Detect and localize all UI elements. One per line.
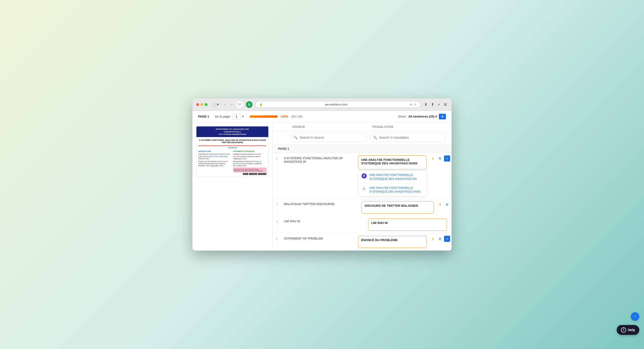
sentence-number: 3 [272,199,281,216]
preview-header: DEPARTMENT OF LANGUAGES AND LINGUISTICS … [196,126,268,137]
source-search-wrapper[interactable]: 🔍 [290,134,366,142]
chevron-down-icon: ▾ [435,115,437,118]
main-layout: DEPARTMENT OF LANGUAGES AND LINGUISTICS … [192,122,452,250]
sentences-list: PAGE 1 2 A SYSTEMIC FUNCTIONAL ANALYSIS … [272,144,452,250]
minimize-button[interactable] [200,103,203,106]
translation-cell[interactable]: DISCOURS DE TWITTER MALAISIEN [359,199,436,216]
show-dropdown-button[interactable]: All sentences (33) ▾ [408,115,437,118]
tab-grid-button[interactable]: ⊞ [443,101,448,108]
source-text: MALAYSIAN TWITTER DISCOURSE [284,202,335,206]
translation-column-header: TRANSLATION [372,125,446,128]
url-text: we.redokun.com [264,103,408,106]
table-row: 2 A SYSTEMIC FUNCTIONAL ANALYSIS OF #HAS… [272,153,452,199]
maximize-button[interactable] [205,103,208,106]
suggestion-text-2: UNE ANALYSE FONCTIONNELLE SYSTEMIQUE DES… [369,186,423,194]
translation-input[interactable]: ÉNONCÉ DU PROBLÈME [358,236,426,248]
page-section-header: PAGE 1 [272,144,452,153]
suggestions-panel: R UNE ANALYSE FONCTIONNELLE SYSTÉMIQUE D… [358,170,426,196]
progress-bar-wrapper [250,116,278,118]
back-button[interactable]: ‹ [223,102,227,108]
suggestion-item[interactable]: R UNE ANALYSE FONCTIONNELLE SYSTÉMIQUE D… [358,171,426,184]
shield-icon: 🛡 [236,101,243,108]
help-icon: ? [621,327,626,332]
goto-page: Go to page: ▾ [215,114,244,119]
reload-icon[interactable]: ↻ [414,103,416,106]
show-label: Show: [398,115,406,118]
add-icon-button[interactable]: + [444,156,450,162]
translation-cell[interactable]: LIM SHU NI [365,216,450,233]
translation-input[interactable]: LIM SHU NI [368,218,447,231]
warning-icon-button[interactable]: ℹ [437,201,443,208]
browser-toolbar: ⬜ ▾ ‹ › 🛡 G 🔒 we.redokun.com ⊞ ↻ ⬇ ⬆ + ⊞ [192,98,452,111]
suggestion-item[interactable]: G UNE ANALYSE FONCTIONNELLE SYSTEMIQUE D… [358,184,426,196]
copy-icon-button[interactable]: ⧉ [444,201,450,208]
warning-icon-button[interactable]: ℹ [430,156,436,162]
preview-divider [198,146,266,146]
sentence-number: 2 [272,153,281,199]
column-headers: SOURCE TRANSLATION [272,122,452,132]
preview-title: A SYSTEMIC FUNCTIONAL ANALYSIS OF #HASHT… [198,139,266,144]
forward-button[interactable]: › [230,102,234,108]
preview-col-title-intro: INTRODUCTION [198,150,232,152]
source-column-header: SOURCE [292,125,366,128]
sidebar-toggle-button[interactable]: ⬜ ▾ [210,101,220,108]
preview-col-problem: STATEMENT OF PROBLEM Hashtags should be … [233,150,267,175]
translation-input[interactable]: DISCOURS DE TWITTER MALAISIEN [362,201,434,214]
goto-label: Go to page: [215,115,231,118]
social-badge-1: #MeToo [243,173,248,175]
page-dropdown-button[interactable]: ▾ [242,115,244,118]
sentence-number: 4 [272,216,281,233]
suggestion-text-1: UNE ANALYSE FONCTIONNELLE SYSTÉMIQUE DES… [369,173,423,181]
redokun-suggestion-icon: R [362,173,367,178]
browser-right-actions: ⬇ ⬆ + ⊞ [423,101,448,108]
close-button[interactable] [196,103,199,106]
filter-button[interactable]: ▼ [439,114,446,120]
translation-row-actions [450,216,452,233]
browser-window: ⬜ ▾ ‹ › 🛡 G 🔒 we.redokun.com ⊞ ↻ ⬇ ⬆ + ⊞… [192,98,452,250]
sidebar-icon: ⬜ [212,102,216,107]
source-text: STATEMENT OF PROBLEM [284,237,323,240]
translation-cell[interactable]: UNE ANALYSE FONCTIONNELLE SYSTEMIQUE DES… [355,153,430,199]
source-cell: STATEMENT OF PROBLEM [281,233,355,250]
translate-icon: ⊞ [410,103,412,106]
right-panel: SOURCE TRANSLATION 🔍 🔍 [272,122,452,250]
translation-input[interactable]: UNE ANALYSE FONCTIONNELLE SYSTEMIQUE DES… [358,156,426,170]
preview-text-2: People have demonstrated creative uses o… [198,160,232,167]
translation-row-actions: ℹ ⧉ [436,199,452,216]
app-container: PAGE 1 Go to page: ▾ 100% (33 / 33) Show… [192,111,452,250]
top-bar: PAGE 1 Go to page: ▾ 100% (33 / 33) Show… [192,111,452,122]
source-search-input[interactable] [300,136,363,140]
preview-text-3: Hashtags should be analysed as semiotic … [233,153,267,160]
help-button[interactable]: ? Help [617,325,639,335]
translation-row-actions: ℹ ⧉ + [430,153,452,199]
preview-text-4: Existing semiotic studies tend to single… [233,160,267,167]
translation-search-wrapper[interactable]: 🔍 [370,134,446,142]
copy-icon-button[interactable]: ⧉ [437,236,443,242]
new-tab-button[interactable]: + [437,102,441,108]
search-icon: 🔍 [373,136,377,140]
table-row: 5 STATEMENT OF PROBLEM ÉNONCÉ DU PROBLÈM… [272,233,452,250]
progress-section: 100% (33 / 33) [250,115,392,118]
source-cell: A SYSTEMIC FUNCTIONAL ANALYSIS OF #HASHT… [281,153,355,199]
document-preview: DEPARTMENT OF LANGUAGES AND LINGUISTICS … [196,126,268,177]
chevron-down-icon: ▾ [217,102,219,107]
share-button[interactable]: ⬆ [430,101,435,108]
scroll-up-button[interactable]: ↑ [631,312,639,321]
preview-social-icons: #MeToo #JustKidding #Humblebrag [233,173,267,175]
translation-cell[interactable]: ÉNONCÉ DU PROBLÈME [355,233,430,250]
social-badge-3: #Humblebrag [258,173,266,175]
copy-icon-button[interactable]: ⧉ [437,156,443,162]
add-icon-button[interactable]: + [444,236,450,242]
warning-icon-button[interactable]: ℹ [430,236,436,242]
page-number-input[interactable] [232,114,241,119]
translation-search-input[interactable] [379,136,443,140]
progress-count: (33 / 33) [291,115,302,118]
show-section: Show: All sentences (33) ▾ ▼ [398,114,446,120]
preview-text-1: #Hashtags were introduced as a tool for … [198,153,232,160]
download-button[interactable]: ⬇ [423,101,428,108]
preview-body: A SYSTEMIC FUNCTIONAL ANALYSIS OF #HASHT… [196,137,268,177]
preview-columns: INTRODUCTION #Hashtags were introduced a… [198,150,266,175]
source-cell: LIM SHU NI [281,216,365,233]
left-panel: DEPARTMENT OF LANGUAGES AND LINGUISTICS … [192,122,272,250]
address-bar[interactable]: 🔒 we.redokun.com ⊞ ↻ [255,101,420,108]
